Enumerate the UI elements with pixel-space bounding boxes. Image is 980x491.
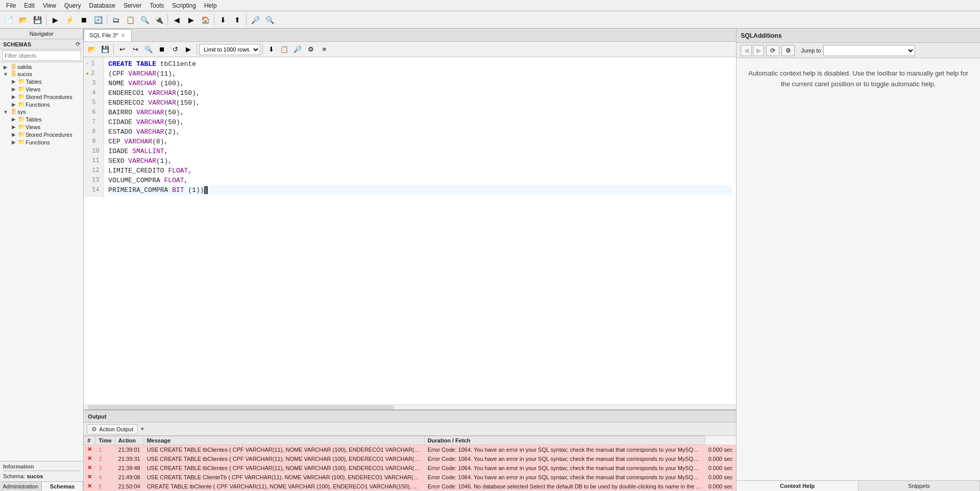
menu-file[interactable]: File: [2, 1, 20, 10]
tree-item-sakila[interactable]: ▶ 🗄 sakila: [0, 63, 83, 70]
sql-refresh-button[interactable]: ↺: [169, 43, 181, 56]
sql-export-button[interactable]: ⬇: [265, 43, 277, 56]
tree-item-sucos-functions[interactable]: ▶ 📁 Functions: [0, 101, 83, 108]
tree-label-sucos-tables: Tables: [26, 79, 42, 85]
reconnect-button[interactable]: 🔌: [152, 13, 165, 27]
tree-item-sys-views[interactable]: ▶ 📁 Views: [0, 123, 83, 131]
tree-label-sucos: sucos: [17, 71, 32, 77]
menu-server[interactable]: Server: [119, 1, 145, 10]
run-all-button[interactable]: ▶: [48, 13, 62, 27]
menu-view[interactable]: View: [39, 1, 60, 10]
views-icon: 📁: [17, 86, 26, 92]
action-output-icon: ⚙: [91, 426, 97, 433]
line-num-4: 4: [84, 88, 104, 98]
tree-item-sys[interactable]: ▼ 🗄 sys: [0, 108, 83, 115]
open-file-button[interactable]: 📂: [16, 13, 30, 27]
menu-help[interactable]: Help: [200, 1, 221, 10]
tab-snippets[interactable]: Snippets: [859, 481, 980, 491]
line-number-14: 14: [92, 185, 99, 195]
right-nav-buttons: ◀ ▶: [741, 45, 764, 56]
zoom-in-button[interactable]: 🔎: [249, 13, 262, 27]
code-line-1: CREATE TABLE tbCliente: [108, 59, 732, 69]
tab-schemas[interactable]: Schemas: [42, 482, 84, 491]
tab-context-help[interactable]: Context Help: [737, 481, 858, 491]
tab-administration[interactable]: Administration: [0, 482, 42, 491]
import-button[interactable]: ⬇: [216, 13, 230, 27]
sql-run-button[interactable]: ▶: [182, 43, 194, 56]
new-file-button[interactable]: 📄: [2, 13, 15, 27]
col-duration: Duration / Fetch: [424, 436, 705, 445]
menu-database[interactable]: Database: [85, 1, 119, 10]
nav-prev-button[interactable]: ◀: [741, 45, 752, 56]
nav-toggle-button[interactable]: ⚙: [781, 45, 795, 56]
schema-refresh-icon[interactable]: ⟳: [76, 41, 80, 47]
nav-back-button[interactable]: ◀: [170, 13, 183, 27]
menu-query[interactable]: Query: [60, 1, 85, 10]
exec-marker-2: ●: [86, 69, 89, 79]
line-number-1: 1: [91, 59, 94, 69]
code-line-4: ENDERECO1 VARCHAR(150),: [108, 88, 732, 98]
tree-item-sys-stored-procedures[interactable]: ▶ 📁 Stored Procedures: [0, 131, 83, 138]
action-output-tab[interactable]: ⚙ Action Output: [87, 424, 138, 434]
sql-undo-button[interactable]: ↩: [116, 43, 128, 56]
line-number-7: 7: [92, 117, 95, 127]
schema-filter-input[interactable]: [2, 51, 81, 61]
tree-item-sucos[interactable]: ▼ 🗄 sucos: [0, 70, 83, 78]
code-line-3: NOME VARCHAR (100),: [108, 79, 732, 88]
menu-edit[interactable]: Edit: [20, 1, 39, 10]
sql-extra-button[interactable]: ≡: [318, 43, 330, 56]
line-num-6: 6: [84, 108, 104, 117]
code-editor[interactable]: ⚡ 1 ● 2 3 4 5 6 7 8 9 10 11: [84, 57, 736, 404]
action-output-label: Action Output: [99, 426, 133, 432]
sql-open-button[interactable]: 📂: [86, 43, 98, 56]
nav-fwd-button[interactable]: ▶: [184, 13, 198, 27]
output-row-1[interactable]: ✕ 1 21:39:01 USE CREATE TABLE tbClientes…: [84, 445, 736, 454]
sql-redo-button[interactable]: ↪: [129, 43, 141, 56]
zoom-out-button[interactable]: 🔍: [263, 13, 276, 27]
nav-next-button[interactable]: ▶: [753, 45, 764, 56]
tree-item-sys-functions[interactable]: ▶ 📁 Functions: [0, 138, 83, 146]
sql-format-button[interactable]: ⚙: [305, 43, 317, 56]
schema-inspector-button[interactable]: 🗂: [109, 13, 122, 27]
execute-current-button[interactable]: ⚡: [63, 13, 76, 27]
schema-icon-sakila: 🗄: [9, 64, 17, 70]
jump-to-select[interactable]: [823, 45, 915, 56]
row-3-message: Error Code: 1064. You have an error in y…: [424, 463, 705, 473]
nav-refresh-button[interactable]: ⟳: [766, 45, 779, 56]
output-row-4[interactable]: ✕ 4 21:49:08 USE CREATE TABLE ClienteTb …: [84, 473, 736, 482]
code-line-10: IDADE SMALLINT,: [108, 146, 732, 156]
code-area[interactable]: CREATE TABLE tbCliente (CPF VARCHAR(11),…: [104, 57, 736, 197]
sql-limit-select[interactable]: Limit to 1000 rows: [199, 44, 260, 55]
tree-item-sucos-tables[interactable]: ▶ 📁 Tables: [0, 78, 83, 85]
output-row-3[interactable]: ✕ 3 21:39:48 USE CREATE TABLE tbClientes…: [84, 463, 736, 473]
sql-zoom-button[interactable]: 🔎: [291, 43, 304, 56]
tree-item-sucos-stored-procedures[interactable]: ▶ 📁 Stored Procedures: [0, 93, 83, 101]
save-file-button[interactable]: 💾: [31, 13, 44, 27]
horizontal-scrollbar[interactable]: [84, 404, 736, 409]
stop-button[interactable]: ⏹: [77, 13, 90, 27]
tree-item-sys-tables[interactable]: ▶ 📁 Tables: [0, 115, 83, 123]
output-row-2[interactable]: ✕ 2 21:39:31 USE CREATE TABLE tbClientes…: [84, 454, 736, 463]
menu-tools[interactable]: Tools: [145, 1, 168, 10]
menu-scripting[interactable]: Scripting: [168, 1, 200, 10]
output-tab-arrow[interactable]: ▼: [140, 426, 145, 432]
output-row-5[interactable]: ✕ 5 21:50:04 CREATE TABLE tbCliente ( CP…: [84, 482, 736, 491]
sql-import-button[interactable]: 📋: [278, 43, 290, 56]
sql-search-replace-button[interactable]: 🔍: [142, 43, 155, 56]
table-data-button[interactable]: 📋: [124, 13, 137, 27]
row-1-action: USE CREATE TABLE tbClientes ( CPF VARCHA…: [143, 445, 424, 454]
home-button[interactable]: 🏠: [199, 13, 212, 27]
tab-navigator[interactable]: Navigator: [0, 29, 83, 39]
refresh-button[interactable]: 🔄: [91, 13, 105, 27]
row-2-err-icon: ✕: [84, 454, 95, 463]
tree-arrow-sys-views: ▶: [10, 124, 17, 130]
sql-stop-button[interactable]: ⏹: [156, 43, 168, 56]
row-2-action: USE CREATE TABLE tbClientes ( CPF VARCHA…: [143, 454, 424, 463]
search-button[interactable]: 🔍: [138, 13, 151, 27]
export-button[interactable]: ⬆: [231, 13, 244, 27]
tab-close-icon[interactable]: ✕: [121, 33, 125, 38]
editor-tab-sqlfile3[interactable]: SQL File 3* ✕: [84, 29, 132, 41]
sql-save-button[interactable]: 💾: [99, 43, 111, 56]
tree-item-sucos-views[interactable]: ▶ 📁 Views: [0, 85, 83, 93]
info-panel: Information Schema: sucos: [0, 461, 83, 481]
